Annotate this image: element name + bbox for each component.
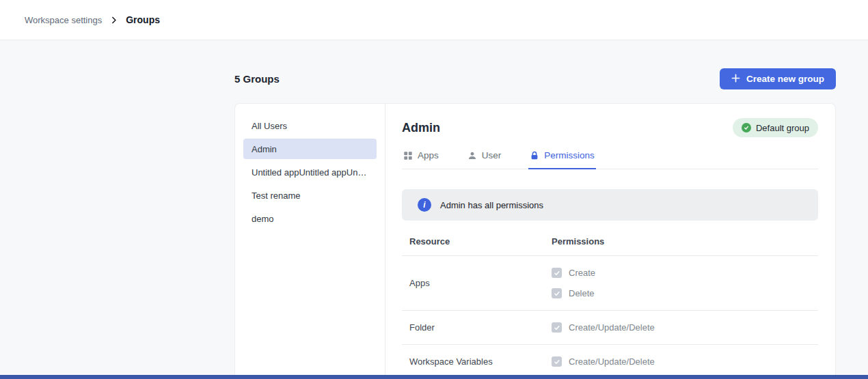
permission-apps-create: Create xyxy=(552,268,818,278)
checkbox-apps-create[interactable] xyxy=(552,268,562,278)
create-new-group-button[interactable]: Create new group xyxy=(720,68,836,89)
group-detail-header: Admin Default group xyxy=(402,118,818,137)
groups-sidebar: All Users Admin Untitled appUntitled app… xyxy=(235,104,385,379)
breadcrumb-current-groups: Groups xyxy=(126,14,160,25)
breadcrumb-workspace-settings[interactable]: Workspace settings xyxy=(25,15,102,25)
bottom-bar xyxy=(0,375,868,379)
permission-label: Create xyxy=(569,268,595,278)
checkbox-apps-delete[interactable] xyxy=(552,288,562,298)
permission-label: Create/Update/Delete xyxy=(569,356,655,367)
page-body: 5 Groups Create new group All Users Admi… xyxy=(234,68,836,379)
permission-folder-cud: Create/Update/Delete xyxy=(552,322,818,333)
tab-apps-label: Apps xyxy=(418,150,439,160)
groups-card: All Users Admin Untitled appUntitled app… xyxy=(234,103,836,379)
tab-user-label: User xyxy=(482,150,502,160)
table-row-apps: Apps Create Delete xyxy=(402,256,818,311)
chevron-right-icon xyxy=(109,16,118,25)
permission-label: Delete xyxy=(569,288,595,298)
groups-toolbar: 5 Groups Create new group xyxy=(234,68,836,89)
permission-wsvar-cud: Create/Update/Delete xyxy=(552,356,818,367)
permissions-table: Resource Permissions Apps Create xyxy=(402,229,818,378)
tab-permissions-label: Permissions xyxy=(544,150,595,160)
group-tabs: Apps User Permissions xyxy=(402,149,818,169)
tab-user[interactable]: User xyxy=(466,149,503,169)
column-header-resource: Resource xyxy=(402,236,552,247)
group-item-admin[interactable]: Admin xyxy=(243,139,377,159)
table-row-workspace-variables: Workspace Variables Create/Update/Delete xyxy=(402,345,818,378)
table-row-folder: Folder Create/Update/Delete xyxy=(402,311,818,345)
tab-apps[interactable]: Apps xyxy=(402,149,440,169)
resource-label: Folder xyxy=(402,322,552,333)
info-icon: i xyxy=(418,198,431,212)
create-new-group-label: Create new group xyxy=(746,74,824,84)
checkbox-wsvar-cud[interactable] xyxy=(552,356,562,367)
breadcrumb: Workspace settings Groups xyxy=(25,14,160,25)
resource-label: Workspace Variables xyxy=(402,356,552,367)
group-detail-pane: Admin Default group Apps xyxy=(385,104,835,379)
column-header-permissions: Permissions xyxy=(552,236,818,247)
group-item-untitled-app[interactable]: Untitled appUntitled appUntitle… xyxy=(243,162,377,182)
plus-icon xyxy=(731,74,740,85)
permission-apps-delete: Delete xyxy=(552,288,818,298)
group-item-test-rename[interactable]: Test rename xyxy=(243,185,377,206)
checkbox-folder-cud[interactable] xyxy=(552,322,562,333)
group-item-demo[interactable]: demo xyxy=(243,208,377,229)
user-icon xyxy=(467,151,477,160)
group-title: Admin xyxy=(402,121,440,135)
apps-grid-icon xyxy=(403,151,413,160)
check-circle-icon xyxy=(742,123,751,132)
permissions-info-banner: i Admin has all permissions xyxy=(402,189,818,221)
lock-icon xyxy=(530,151,539,160)
permission-label: Create/Update/Delete xyxy=(569,322,655,333)
permissions-info-text: Admin has all permissions xyxy=(440,200,543,210)
group-item-all-users[interactable]: All Users xyxy=(243,115,377,136)
groups-count: 5 Groups xyxy=(234,73,280,85)
tab-permissions[interactable]: Permissions xyxy=(528,149,596,169)
resource-label: Apps xyxy=(402,278,552,288)
default-group-badge: Default group xyxy=(733,118,818,137)
top-header: Workspace settings Groups xyxy=(0,0,868,40)
default-group-badge-label: Default group xyxy=(756,123,809,133)
permissions-table-header: Resource Permissions xyxy=(402,229,818,256)
